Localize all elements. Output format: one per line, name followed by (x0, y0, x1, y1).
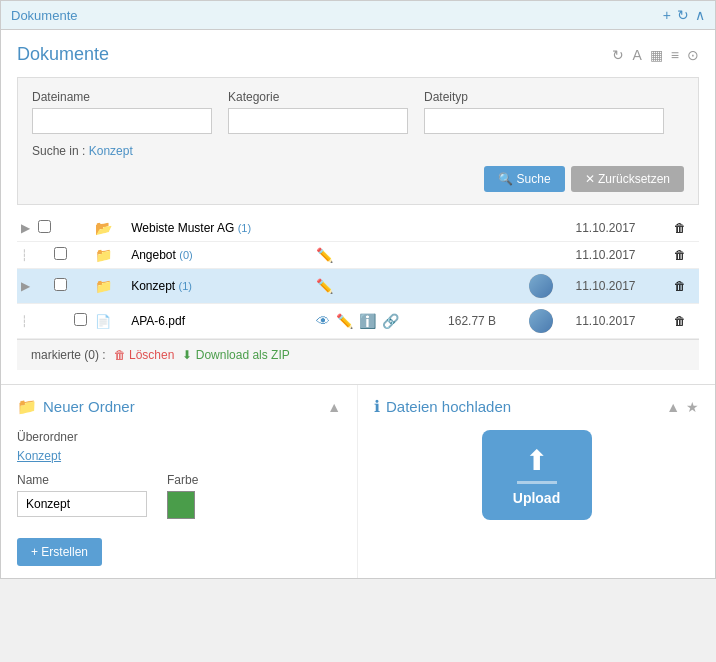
row-actions: 👁 ✏️ ℹ️ 🔗 (316, 313, 440, 329)
farbe-label: Farbe (167, 473, 198, 487)
name-input[interactable] (17, 491, 147, 517)
folder-open-icon: 📂 (95, 220, 112, 236)
section-title: Dokumente (17, 44, 109, 65)
list-icon[interactable]: ≡ (671, 47, 679, 63)
tree-table: ▶ 📂 Webiste Muster AG (1) 11.10.2017 (17, 215, 699, 339)
delete-icon[interactable]: 🗑 (674, 248, 695, 262)
add-icon[interactable]: + (663, 7, 671, 23)
dateityp-label: Dateityp (424, 90, 664, 104)
create-button[interactable]: + Erstellen (17, 538, 102, 566)
search-button[interactable]: 🔍 Suche (484, 166, 564, 192)
dateityp-input[interactable] (424, 108, 664, 134)
reset-button[interactable]: ✕ Zurücksetzen (571, 166, 684, 192)
row-name-cell: Angebot (0) (127, 242, 312, 269)
row-checkbox[interactable] (54, 278, 67, 291)
upload-panel-title: ℹ Dateien hochladen ▲ ★ (374, 397, 699, 416)
table-row: ┆ 📄 APA-6.pdf 👁 ✏️ (17, 304, 699, 339)
color-picker[interactable] (167, 491, 195, 519)
tree-connector: ┆ (21, 315, 28, 328)
row-delete-cell: 🗑 (670, 215, 699, 242)
expand-cell[interactable]: ▶ (17, 215, 34, 242)
download-zip-link[interactable]: ⬇ Download als ZIP (182, 348, 289, 362)
expand-cell: ┆ (17, 304, 34, 339)
new-folder-panel-title: 📁 Neuer Ordner ▲ (17, 397, 341, 416)
filter-actions: 🔍 Suche ✕ Zurücksetzen (32, 166, 684, 192)
expand-cell[interactable]: ▶ (17, 269, 34, 304)
dateiname-input[interactable] (32, 108, 212, 134)
row-name: APA-6.pdf (131, 314, 185, 328)
section-header: Dokumente ↻ A ▦ ≡ ⊙ (17, 44, 699, 65)
collapse-icon[interactable]: ∧ (695, 7, 705, 23)
row-size-cell (444, 215, 525, 242)
eye-icon[interactable]: 👁 (316, 313, 330, 329)
upload-area[interactable]: ⬆ Upload (482, 430, 592, 520)
dateityp-group: Dateityp (424, 90, 664, 134)
lower-section: 📁 Neuer Ordner ▲ Überordner Konzept Name… (1, 384, 715, 578)
row-avatar-cell (525, 269, 571, 304)
kategorie-group: Kategorie (228, 90, 408, 134)
delete-icon[interactable]: 🗑 (674, 314, 695, 328)
upload-line (517, 481, 557, 484)
refresh-header-icon[interactable]: ↻ (612, 47, 624, 63)
upload-panel-title-left: ℹ Dateien hochladen (374, 397, 511, 416)
row-filesize: 162.77 B (444, 304, 525, 339)
row-name-cell: APA-6.pdf (127, 304, 312, 339)
refresh-icon[interactable]: ↻ (677, 7, 689, 23)
search-info: Suche in : Konzept (32, 144, 684, 158)
row-avatar-cell (525, 242, 571, 269)
delete-icon[interactable]: 🗑 (674, 279, 695, 293)
row-checkbox[interactable] (54, 247, 67, 260)
info-icon[interactable]: ℹ️ (359, 313, 376, 329)
upload-title: Dateien hochladen (386, 398, 511, 415)
suche-in-link[interactable]: Konzept (89, 144, 133, 158)
edit-icon[interactable]: ✏️ (316, 247, 333, 263)
title-bar: Dokumente + ↻ ∧ (1, 1, 715, 30)
checkbox-cell (34, 304, 91, 339)
row-delete-cell: 🗑 (670, 242, 699, 269)
delete-icon[interactable]: 🗑 (674, 221, 695, 235)
row-count: (0) (179, 249, 192, 261)
folder-blue-icon: 📁 (17, 397, 37, 416)
name-label: Name (17, 473, 147, 487)
filter-bar: Dateiname Kategorie Dateityp Suche in : … (17, 77, 699, 205)
folder-green-icon: 📁 (95, 278, 112, 294)
a-icon[interactable]: A (632, 47, 641, 63)
row-actions-cell: ✏️ (312, 269, 444, 304)
link-icon[interactable]: 🔗 (382, 313, 399, 329)
edit-icon[interactable]: ✏️ (336, 313, 353, 329)
row-delete-cell: 🗑 (670, 269, 699, 304)
name-group: Name (17, 473, 147, 517)
farbe-group: Farbe (167, 473, 198, 522)
row-checkbox[interactable] (38, 220, 51, 233)
tree-connector: ┆ (21, 249, 28, 262)
upload-star-icon[interactable]: ★ (686, 399, 699, 415)
row-checkbox[interactable] (74, 313, 87, 326)
row-avatar-cell (525, 304, 571, 339)
row-date: 11.10.2017 (571, 304, 670, 339)
row-icon-cell: 📁 (91, 242, 127, 269)
table-row: ┆ 📁 Angebot (0) ✏️ (17, 242, 699, 269)
table-row: ▶ 📂 Webiste Muster AG (1) 11.10.2017 (17, 215, 699, 242)
avatar (529, 309, 553, 333)
edit-icon[interactable]: ✏️ (316, 278, 333, 294)
new-folder-collapse-icon[interactable]: ▲ (327, 399, 341, 415)
kategorie-input[interactable] (228, 108, 408, 134)
clock-icon[interactable]: ⊙ (687, 47, 699, 63)
new-folder-title: Neuer Ordner (43, 398, 135, 415)
row-date: 11.10.2017 (571, 269, 670, 304)
row-size-cell (444, 269, 525, 304)
upload-collapse-icon[interactable]: ▲ (666, 399, 680, 415)
row-name-cell: Konzept (1) (127, 269, 312, 304)
checkbox-cell (34, 242, 91, 269)
ueberordner-label: Überordner (17, 430, 341, 444)
ueberordner-link[interactable]: Konzept (17, 449, 61, 463)
delete-link[interactable]: 🗑 Löschen (114, 348, 175, 362)
checkbox-cell (34, 269, 91, 304)
kategorie-label: Kategorie (228, 90, 408, 104)
row-actions: ✏️ (316, 278, 440, 294)
dateiname-label: Dateiname (32, 90, 212, 104)
row-count: (1) (179, 280, 192, 292)
table-row: ▶ 📁 Konzept (1) ✏️ (17, 269, 699, 304)
title-bar-actions: + ↻ ∧ (663, 7, 705, 23)
grid-icon[interactable]: ▦ (650, 47, 663, 63)
